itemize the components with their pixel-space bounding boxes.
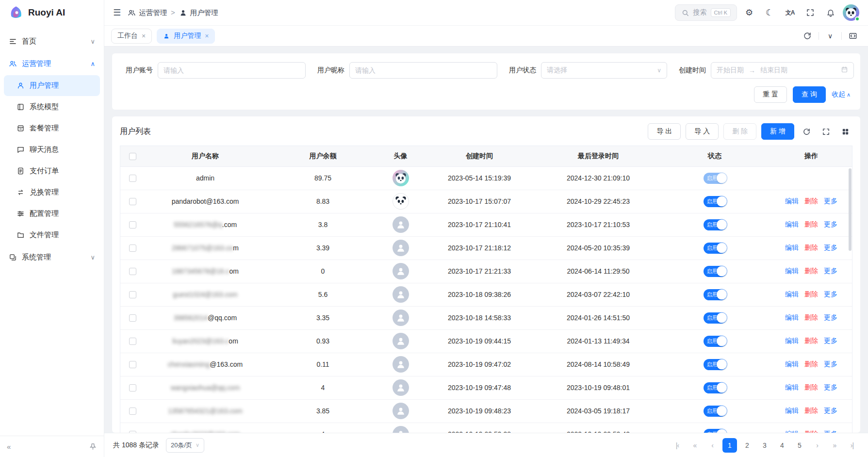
sidebar-item-user-management[interactable]: 用户管理 [4,75,100,96]
global-search[interactable]: 搜索 Ctrl K [675,4,737,21]
status-toggle[interactable]: 启用 [704,289,726,300]
page-size-select[interactable]: 20条/页 ∨ [166,438,204,453]
translate-icon[interactable]: 文A [782,4,798,21]
more-link[interactable]: 更多 [824,407,837,414]
more-link[interactable]: 更多 [824,267,837,275]
jump-forward-button[interactable]: » [827,438,842,453]
refresh-icon[interactable] [799,28,816,44]
page-button-1[interactable]: 1 [722,438,737,453]
delete-link[interactable]: 删除 [804,337,818,344]
delete-link[interactable]: 删除 [804,383,818,391]
edit-link[interactable]: 编辑 [785,360,799,368]
edit-link[interactable]: 编辑 [785,267,799,275]
import-button[interactable]: 导 入 [686,123,719,140]
sidebar-item-operations[interactable]: 运营管理 ∧ [0,52,104,75]
close-icon[interactable]: × [142,32,146,40]
status-toggle[interactable]: 启用 [704,336,726,347]
row-checkbox[interactable] [129,198,136,205]
page-button-3[interactable]: 3 [757,438,772,453]
close-icon[interactable]: × [205,32,209,40]
sidebar-item-home[interactable]: 首页 ∨ [0,30,104,52]
tab-workbench[interactable]: 工作台 × [111,29,152,44]
sidebar-item-package-management[interactable]: 套餐管理 [4,118,100,139]
notifications-bell-icon[interactable] [822,4,839,21]
row-checkbox[interactable] [129,268,136,275]
fullscreen-icon[interactable] [802,4,819,21]
sidebar-item-file-management[interactable]: 文件管理 [4,225,100,245]
delete-link[interactable]: 删除 [804,313,818,321]
nickname-input[interactable] [349,62,497,79]
more-link[interactable]: 更多 [824,197,837,205]
status-toggle[interactable]: 启用 [704,196,726,207]
page-button-2[interactable]: 2 [740,438,754,453]
status-toggle[interactable]: 启用 [704,312,726,324]
edit-link[interactable]: 编辑 [785,197,799,205]
delete-link[interactable]: 删除 [804,197,818,205]
table-scrollbar[interactable] [849,168,852,251]
delete-link[interactable]: 删除 [804,220,818,228]
pin-icon[interactable] [89,442,97,451]
row-checkbox[interactable] [129,245,136,252]
jump-back-button[interactable]: « [688,438,702,453]
row-checkbox[interactable] [129,314,136,322]
sidebar-item-config-management[interactable]: 配置管理 [4,203,100,224]
sidebar-collapse-button[interactable]: « [7,442,11,451]
edit-link[interactable]: 编辑 [785,290,799,298]
status-select[interactable]: 请选择 ∨ [541,62,667,79]
delete-link[interactable]: 删除 [804,244,818,251]
tab-user-management[interactable]: 用户管理 × [157,29,215,44]
edit-link[interactable]: 编辑 [785,407,799,414]
sidebar-item-system-models[interactable]: 系统模型 [4,97,100,117]
row-checkbox[interactable] [129,431,136,433]
row-checkbox[interactable] [129,175,136,182]
row-checkbox[interactable] [129,291,136,298]
delete-link[interactable]: 删除 [804,360,818,368]
row-checkbox[interactable] [129,221,136,228]
page-button-4[interactable]: 4 [775,438,789,453]
delete-button[interactable]: 删 除 [723,123,756,140]
date-range-picker[interactable]: 开始日期 → 结束日期 [711,62,854,79]
status-toggle[interactable]: 启用 [704,406,726,417]
status-toggle[interactable]: 启用 [704,219,726,230]
delete-link[interactable]: 删除 [804,290,818,298]
settings-gear-icon[interactable]: ⚙ [741,4,757,21]
more-link[interactable]: 更多 [824,313,837,321]
edit-link[interactable]: 编辑 [785,430,799,433]
table-refresh-icon[interactable] [799,124,814,139]
row-checkbox[interactable] [129,408,136,415]
delete-link[interactable]: 删除 [804,407,818,414]
more-link[interactable]: 更多 [824,383,837,391]
sidebar-item-payment-orders[interactable]: 支付订单 [4,161,100,181]
prev-page-button[interactable]: ‹ [705,438,720,453]
edit-link[interactable]: 编辑 [785,244,799,251]
app-logo[interactable]: Ruoyi AI [0,0,104,25]
row-checkbox[interactable] [129,384,136,392]
sidebar-item-exchange-management[interactable]: 兑换管理 [4,182,100,203]
reset-button[interactable]: 重 置 [754,86,787,103]
more-link[interactable]: 更多 [824,244,837,251]
last-page-button[interactable]: ›| [845,438,859,453]
delete-link[interactable]: 删除 [804,430,818,433]
more-link[interactable]: 更多 [824,290,837,298]
status-toggle[interactable]: 启用 [704,173,726,184]
edit-link[interactable]: 编辑 [785,313,799,321]
delete-link[interactable]: 删除 [804,267,818,275]
status-toggle[interactable]: 启用 [704,243,726,254]
tab-menu-chevron-down-icon[interactable]: ∨ [822,28,838,44]
hamburger-icon[interactable]: ☰ [113,7,121,18]
page-button-5[interactable]: 5 [792,438,807,453]
breadcrumb-user-management[interactable]: 用户管理 [179,8,218,17]
content-fullscreen-icon[interactable] [845,28,861,44]
row-checkbox[interactable] [129,338,136,345]
add-button[interactable]: 新 增 [761,123,794,140]
next-page-button[interactable]: › [810,438,824,453]
table-fullscreen-icon[interactable] [819,124,833,139]
collapse-filters-link[interactable]: 收起∧ [832,90,851,99]
edit-link[interactable]: 编辑 [785,220,799,228]
status-toggle[interactable]: 启用 [704,266,726,277]
dark-mode-moon-icon[interactable]: ☾ [761,4,778,21]
select-all-checkbox[interactable] [129,153,136,160]
status-toggle[interactable]: 启用 [704,429,726,433]
column-settings-grid-icon[interactable] [838,124,852,139]
edit-link[interactable]: 编辑 [785,383,799,391]
